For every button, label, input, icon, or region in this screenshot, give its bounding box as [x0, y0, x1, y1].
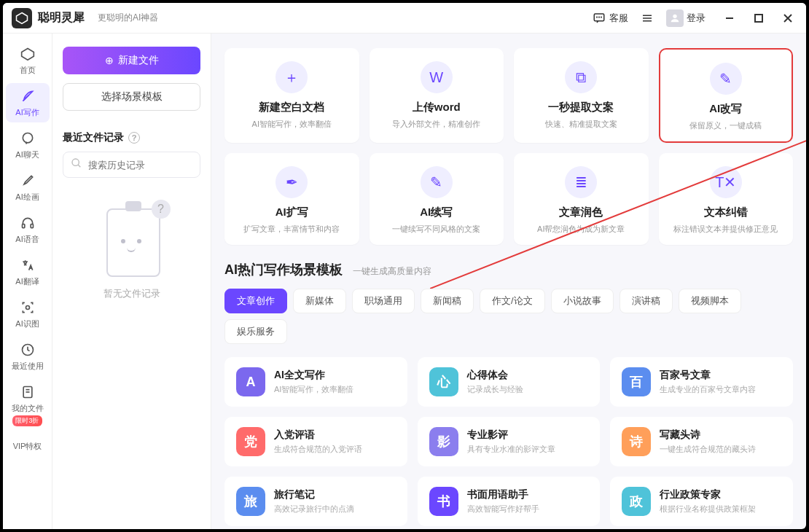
minimize-button[interactable]: [720, 9, 739, 28]
recent-files-heading: 最近文件记录 ?: [63, 131, 200, 144]
svg-point-4: [601, 17, 602, 17]
translate-icon: [19, 257, 36, 274]
tool-icon: ✎: [710, 63, 742, 95]
tool-icon: ＋: [275, 61, 308, 93]
support-button[interactable]: 客服: [586, 8, 634, 28]
app-tagline: 更聪明的AI神器: [98, 12, 158, 24]
choose-template-button[interactable]: 选择场景模板: [63, 83, 200, 111]
svg-rect-10: [755, 15, 762, 22]
app-title: 聪明灵犀: [38, 10, 85, 26]
brush-icon: [19, 172, 36, 189]
sidebar-item-ai-write[interactable]: AI写作: [6, 83, 50, 122]
sidebar-item-home[interactable]: 首页: [6, 41, 50, 80]
scene-card-title: 写藏头诗: [660, 429, 756, 442]
tool-card-7[interactable]: T✕ 文本纠错 标注错误文本并提供修正意见: [659, 153, 794, 245]
clock-icon: [19, 341, 36, 359]
scene-card-icon: A: [236, 367, 265, 396]
search-input[interactable]: [88, 160, 211, 171]
new-file-button[interactable]: ⊕ 新建文件: [63, 47, 200, 74]
sidebar-item-ai-draw[interactable]: AI绘画: [6, 168, 50, 207]
tool-card-5[interactable]: ✎ AI续写 一键续写不同风格的文案: [370, 153, 504, 245]
sidebar-item-ai-voice[interactable]: AI语音: [6, 210, 50, 249]
scene-tab-1[interactable]: 新媒体: [293, 289, 346, 313]
scene-card-subtitle: 高效智能写作好帮手: [467, 504, 539, 515]
login-button[interactable]: 登录: [660, 7, 711, 30]
chat-bubble-icon: [19, 130, 36, 147]
sidebar-item-ai-chat[interactable]: AI聊天: [6, 125, 50, 165]
sidebar-item-ai-image[interactable]: AI识图: [6, 294, 50, 334]
tool-title: AI改写: [709, 102, 742, 116]
scene-card-0[interactable]: A AI全文写作 AI智能写作，效率翻倍: [224, 357, 407, 407]
svg-rect-16: [22, 224, 24, 228]
scene-tab-3[interactable]: 新闻稿: [421, 289, 474, 313]
empty-illustration-icon: ?: [92, 200, 172, 287]
tool-title: AI扩写: [275, 206, 308, 219]
scene-card-icon: 心: [429, 367, 458, 396]
tool-icon: ✒: [275, 166, 308, 198]
scene-card-icon: 政: [622, 487, 651, 516]
sidebar-item-vip[interactable]: 限时3折 VIP特权: [6, 421, 50, 461]
scene-tab-4[interactable]: 作文/论文: [480, 289, 545, 313]
tool-subtitle: AI智能写作，效率翻倍: [252, 119, 332, 130]
tool-subtitle: 扩写文章，丰富情节和内容: [243, 224, 340, 235]
svg-point-8: [673, 14, 676, 17]
sidebar-item-ai-translate[interactable]: AI翻译: [6, 252, 50, 292]
tool-card-6[interactable]: ≣ 文章润色 AI帮您润色为成为新文章: [514, 153, 649, 245]
scene-card-icon: 书: [429, 487, 458, 516]
scene-card-subtitle: 记录成长与经验: [467, 384, 523, 395]
tool-card-3[interactable]: ✎ AI改写 保留原义，一键成稿: [659, 48, 794, 143]
scene-card-1[interactable]: 心 心得体会 记录成长与经验: [418, 357, 601, 407]
scene-card-4[interactable]: 影 专业影评 具有专业水准的影评文章: [418, 417, 601, 466]
search-box[interactable]: [63, 152, 200, 178]
scene-card-title: 专业影评: [467, 429, 555, 442]
menu-button[interactable]: [634, 8, 660, 28]
discount-badge: 限时3折: [12, 415, 42, 426]
headset-icon: [19, 214, 36, 232]
scene-card-title: 入党评语: [274, 429, 362, 442]
scene-card-icon: 诗: [622, 427, 651, 456]
scene-tab-8[interactable]: 娱乐服务: [224, 319, 287, 344]
scene-card-3[interactable]: 党 入党评语 生成符合规范的入党评语: [224, 417, 407, 466]
scene-tab-2[interactable]: 职场通用: [352, 289, 415, 313]
scene-card-title: AI全文写作: [274, 369, 353, 382]
tool-title: AI续写: [420, 206, 453, 219]
tool-card-4[interactable]: ✒ AI扩写 扩写文章，丰富情节和内容: [224, 153, 359, 245]
scene-card-subtitle: 具有专业水准的影评文章: [467, 444, 555, 455]
scene-tab-7[interactable]: 视频脚本: [679, 289, 741, 313]
sidebar-item-my-files[interactable]: 我的文件: [6, 379, 50, 418]
scene-card-subtitle: 一键生成符合规范的藏头诗: [660, 444, 756, 455]
scene-card-subtitle: 生成专业的百家号文章内容: [660, 384, 756, 395]
mid-panel: ⊕ 新建文件 选择场景模板 最近文件记录 ?: [52, 34, 211, 529]
scene-tab-0[interactable]: 文章创作: [224, 289, 287, 313]
tool-card-1[interactable]: W 上传word 导入外部文件，精准创作: [370, 48, 504, 143]
app-logo-icon: [12, 8, 32, 28]
app-window: 聪明灵犀 更聪明的AI神器 客服 登录: [3, 3, 806, 529]
scene-card-title: 行业政策专家: [660, 488, 756, 501]
scene-card-7[interactable]: 书 书面用语助手 高效智能写作好帮手: [418, 477, 601, 526]
tool-subtitle: 导入外部文件，精准创作: [392, 119, 480, 130]
help-icon[interactable]: ?: [128, 132, 140, 144]
scene-card-8[interactable]: 政 行业政策专家 根据行业名称提供政策框架: [610, 477, 793, 526]
tool-card-0[interactable]: ＋ 新建空白文档 AI智能写作，效率翻倍: [224, 48, 359, 143]
scene-card-6[interactable]: 旅 旅行笔记 高效记录旅行中的点滴: [224, 477, 407, 526]
feather-icon: [19, 87, 36, 105]
close-button[interactable]: [778, 9, 797, 28]
scan-icon: [19, 299, 36, 316]
tool-subtitle: 标注错误文本并提供修正意见: [673, 224, 778, 235]
tool-icon: ≣: [565, 166, 597, 198]
tool-title: 上传word: [413, 101, 461, 114]
scene-card-2[interactable]: 百 百家号文章 生成专业的百家号文章内容: [610, 357, 793, 407]
scene-tab-6[interactable]: 演讲稿: [620, 289, 673, 313]
maximize-button[interactable]: [749, 9, 768, 28]
sidebar-item-recent[interactable]: 最近使用: [6, 337, 50, 376]
tool-title: 新建空白文档: [259, 101, 324, 114]
scene-card-5[interactable]: 诗 写藏头诗 一键生成符合规范的藏头诗: [610, 417, 793, 466]
svg-point-15: [23, 133, 32, 143]
tool-card-2[interactable]: ⧉ 一秒提取文案 快速、精准提取文案: [514, 48, 649, 143]
scene-card-subtitle: 生成符合规范的入党评语: [274, 444, 362, 455]
scene-title: AI热门写作场景模板: [224, 261, 343, 278]
scene-tab-5[interactable]: 小说故事: [551, 289, 614, 313]
tool-icon: W: [421, 61, 453, 93]
tool-title: 文本纠错: [704, 206, 748, 219]
scene-card-subtitle: 根据行业名称提供政策框架: [660, 504, 756, 515]
